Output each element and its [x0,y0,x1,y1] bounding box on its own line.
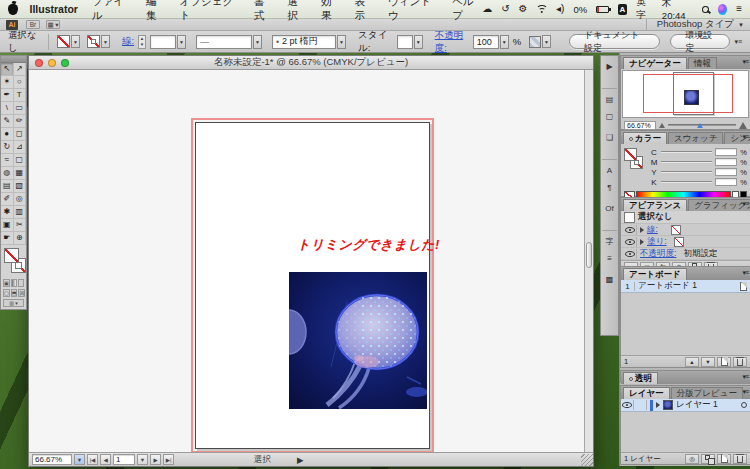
fill-swatch[interactable] [4,248,19,263]
recolor-artwork-control[interactable]: ▼ [529,35,551,48]
tab-layers[interactable]: レイヤー [623,387,670,399]
chevron-down-icon[interactable]: ▼ [177,35,186,49]
delete-artboard-button[interactable] [733,357,747,367]
style-dropdown[interactable]: ▼ [397,35,423,49]
artboard-row[interactable]: 1 アートボード 1 [621,280,750,293]
jellyfish-image[interactable] [289,272,427,409]
chevron-down-icon[interactable]: ▼ [414,35,423,49]
blend-tool[interactable]: ◎ [14,193,27,206]
layer-row[interactable]: レイヤー 1 [621,399,750,412]
chevron-down-icon[interactable]: ▼ [253,35,262,49]
channel-value-field[interactable] [715,168,737,176]
layer-thumbnail[interactable] [663,400,673,410]
artboard-number-field[interactable]: 1 [113,454,135,465]
tab-info[interactable]: 情報 [688,57,717,69]
stroke-weight-combo[interactable]: ▼ [150,35,186,49]
color-button[interactable]: ▣ [3,279,10,287]
line-segment-tool[interactable]: \ [1,102,14,115]
panel-menu-icon[interactable]: ▾≡ [742,388,748,396]
stroke-weight-link[interactable]: 線: [122,35,134,48]
document-setup-button[interactable]: ドキュメント設定 [569,34,660,49]
document-info-icon[interactable]: ▤ [602,88,617,103]
new-sublayer-button[interactable] [701,454,715,464]
glyphs-icon[interactable]: 字 [602,230,617,245]
layer-name[interactable]: レイヤー 1 [676,399,718,411]
scale-tool[interactable]: ⊿ [14,141,27,154]
draw-inside-button[interactable]: 回 [18,289,25,297]
zoom-in-icon[interactable] [739,122,747,129]
channel-slider[interactable] [661,181,712,183]
expand-icon[interactable] [656,402,660,408]
navigator-zoom-slider[interactable] [668,124,736,126]
battery-icon[interactable] [596,6,608,13]
symbol-sprayer-tool[interactable]: ✱ [1,206,14,219]
zoom-level-field[interactable]: 66.67% [32,454,72,465]
stroke-row-label[interactable]: 線: [647,224,658,236]
magic-wand-tool[interactable]: ✶ [1,76,14,89]
zoom-tool[interactable]: ⊕ [14,232,27,245]
mesh-tool[interactable]: ▤ [1,180,14,193]
tab-appearance[interactable]: アピアランス [623,199,687,211]
channel-slider[interactable] [661,151,712,153]
stroke-none-swatch[interactable] [87,35,100,48]
tab-graphic-styles[interactable]: グラフィックスタ [688,199,750,211]
slice-tool[interactable]: ✂ [14,219,27,232]
layer-visibility-toggle[interactable] [621,400,634,410]
panel-menu-icon[interactable]: ▾≡ [742,58,748,66]
draw-normal-button[interactable]: ▢ [3,289,10,297]
tab-color[interactable]: カラー [623,132,667,144]
first-artboard-icon[interactable]: |◀ [87,454,98,465]
width-tool[interactable]: ≈ [1,154,14,167]
direct-selection-tool[interactable]: ↗ [14,63,27,76]
channel-value-field[interactable] [715,148,737,156]
actions-icon[interactable]: ▶ [602,59,617,74]
status-display[interactable]: 選択 ▶ [254,454,304,466]
scrollbar-thumb[interactable] [586,242,592,268]
perspective-grid-tool[interactable]: ▦ [14,167,27,180]
apple-icon[interactable] [8,4,18,15]
stroke-icon[interactable]: ≡ [602,251,617,266]
artboard-dropdown-icon[interactable]: ▼ [137,454,148,465]
opentype-icon[interactable]: Of [602,201,617,216]
fill-none-swatch[interactable] [674,237,684,247]
zoom-out-icon[interactable] [659,123,665,128]
fill-none-swatch[interactable] [624,148,637,161]
preferences-button[interactable]: 環境設定 [670,34,730,49]
panel-menu-icon[interactable]: ▾≡ [742,269,748,277]
document-title-bar[interactable]: 名称未設定-1* @ 66.67% (CMYK/プレビュー) [29,56,593,70]
make-clipping-mask-button[interactable]: ◎ [685,454,699,464]
width-profile-field[interactable]: — [196,35,252,49]
arrange-documents-icon[interactable]: ▦ ▾ [46,20,60,29]
selection-tool[interactable]: ↖ [1,63,14,76]
pencil-tool[interactable]: ✏ [14,115,27,128]
brush-name[interactable]: •2 pt 楕円 [272,35,336,49]
fill-stroke-swatches[interactable] [3,247,24,277]
opacity-row-label[interactable]: 不透明度: [640,248,676,260]
hand-tool[interactable]: ☛ [1,232,14,245]
canvas-text[interactable]: トリミングできました! [297,236,437,254]
appearance-stroke-row[interactable]: 線: [621,224,750,236]
input-method-label[interactable]: 英字 [636,0,653,22]
expand-icon[interactable] [640,239,644,245]
color-fill-stroke[interactable] [624,148,646,172]
navigator-preview[interactable] [622,70,749,118]
fill-row-label[interactable]: 塗り: [647,236,667,248]
new-artboard-button[interactable] [717,357,731,367]
visibility-toggle[interactable] [624,249,637,259]
chevron-down-icon[interactable]: ▼ [500,35,509,49]
resize-grip[interactable] [581,454,593,466]
tools-panel-header[interactable] [1,56,26,63]
gradient-button[interactable] [11,279,17,287]
notification-center-icon[interactable]: ≡ [736,4,742,14]
volume-icon[interactable]: ◂) [556,4,564,14]
menubar-menu-7[interactable]: ウィンドウ [388,0,438,23]
last-artboard-icon[interactable]: ▶| [163,454,174,465]
transform-icon[interactable]: ▢ [602,109,617,124]
zoom-dropdown-icon[interactable]: ▼ [74,454,85,465]
panel-menu-icon[interactable]: ▾≡ [742,133,748,141]
tab-navigator[interactable]: ナビゲーター [623,57,687,69]
menubar-menu-4[interactable]: 選択 [287,0,307,23]
channel-value-field[interactable] [715,158,737,166]
shape-builder-tool[interactable]: ◍ [1,167,14,180]
panel-menu-icon[interactable]: ▾≡ [734,38,742,46]
